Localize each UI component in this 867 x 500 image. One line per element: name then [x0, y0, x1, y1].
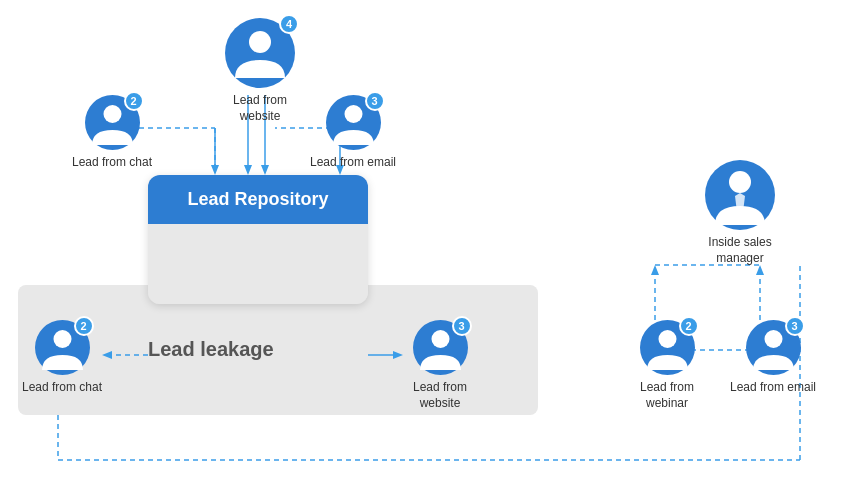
person-icon-webinar: 2 — [640, 320, 695, 375]
badge-top-chat: 2 — [124, 91, 144, 111]
person-icon-right-email: 3 — [746, 320, 801, 375]
badge-top-website: 4 — [279, 14, 299, 34]
label-top-website: Lead from website — [215, 93, 305, 124]
badge-webinar: 2 — [679, 316, 699, 336]
label-right-email: Lead from email — [730, 380, 816, 396]
person-icon-top-chat: 2 — [85, 95, 140, 150]
diagram: Lead Repository Lead leakage 4 Lead from… — [0, 0, 867, 500]
person-top-website: 4 Lead from website — [215, 18, 305, 124]
svg-marker-8 — [211, 165, 219, 175]
person-sales-manager: Inside sales manager — [685, 160, 795, 266]
person-webinar: 2 Lead from webinar — [622, 320, 712, 411]
lead-repo-body — [148, 224, 368, 304]
person-icon-sales-manager — [705, 160, 775, 230]
svg-point-33 — [431, 330, 449, 348]
label-webinar: Lead from webinar — [622, 380, 712, 411]
person-icon-top-email: 3 — [326, 95, 381, 150]
person-top-email: 3 Lead from email — [310, 95, 396, 171]
person-icon-top-website: 4 — [225, 18, 295, 88]
person-icon-bottom-chat: 2 — [35, 320, 90, 375]
label-sales-manager: Inside sales manager — [685, 235, 795, 266]
svg-point-31 — [53, 330, 71, 348]
label-top-chat: Lead from chat — [72, 155, 152, 171]
badge-bottom-website: 3 — [452, 316, 472, 336]
svg-point-37 — [658, 330, 676, 348]
svg-point-29 — [344, 105, 362, 123]
svg-marker-4 — [244, 165, 252, 175]
person-right-email: 3 Lead from email — [730, 320, 816, 396]
badge-top-email: 3 — [365, 91, 385, 111]
person-icon-bottom-website: 3 — [413, 320, 468, 375]
label-top-email: Lead from email — [310, 155, 396, 171]
svg-marker-18 — [651, 265, 659, 275]
svg-point-39 — [764, 330, 782, 348]
label-bottom-chat: Lead from chat — [22, 380, 102, 396]
lead-repo-header: Lead Repository — [148, 175, 368, 224]
lead-repository: Lead Repository — [148, 175, 368, 304]
svg-point-35 — [729, 171, 751, 193]
svg-point-27 — [103, 105, 121, 123]
person-bottom-website: 3 Lead from website — [395, 320, 485, 411]
svg-marker-20 — [756, 265, 764, 275]
badge-bottom-chat: 2 — [74, 316, 94, 336]
svg-marker-6 — [261, 165, 269, 175]
svg-point-25 — [249, 31, 271, 53]
person-top-chat: 2 Lead from chat — [72, 95, 152, 171]
label-bottom-website: Lead from website — [395, 380, 485, 411]
person-bottom-chat: 2 Lead from chat — [22, 320, 102, 396]
badge-right-email: 3 — [785, 316, 805, 336]
